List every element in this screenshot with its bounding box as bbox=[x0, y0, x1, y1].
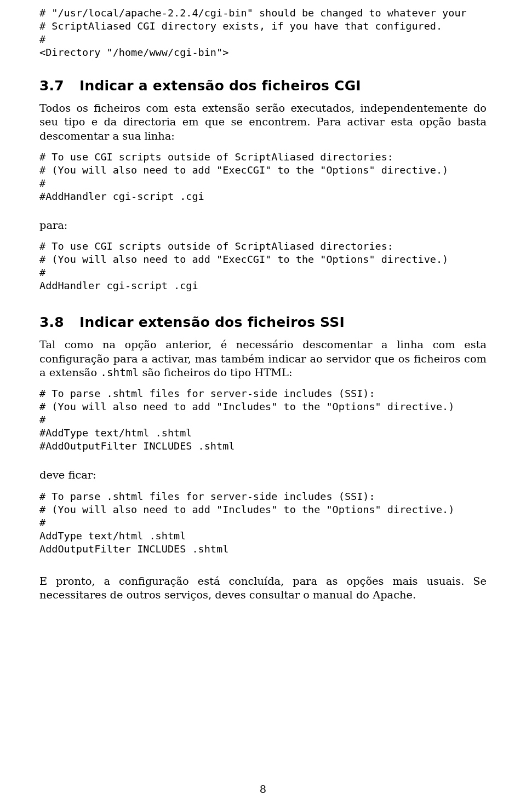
deve-ficar-label: deve ficar: bbox=[39, 468, 487, 482]
code-block-cgi-after: # To use CGI scripts outside of ScriptAl… bbox=[39, 240, 487, 292]
closing-paragraph: E pronto, a configuração está concluída,… bbox=[39, 574, 487, 602]
section-3-7-heading: 3.7Indicar a extensão dos ficheiros CGI bbox=[39, 78, 487, 94]
code-block-ssi-after: # To parse .shtml files for server-side … bbox=[39, 490, 487, 556]
section-title: Indicar extensão dos ficheiros SSI bbox=[79, 314, 345, 330]
section-title: Indicar a extensão dos ficheiros CGI bbox=[79, 78, 361, 94]
code-block-directory: # "/usr/local/apache-2.2.4/cgi-bin" shou… bbox=[39, 7, 487, 59]
code-block-ssi-before: # To parse .shtml files for server-side … bbox=[39, 387, 487, 453]
section-3-8-heading: 3.8Indicar extensão dos ficheiros SSI bbox=[39, 314, 487, 330]
section-3-7-paragraph: Todos os ficheiros com esta extensão ser… bbox=[39, 101, 487, 143]
section-number: 3.8 bbox=[39, 314, 64, 330]
code-block-cgi-before: # To use CGI scripts outside of ScriptAl… bbox=[39, 151, 487, 203]
section-3-8-paragraph: Tal como na opção anterior, é necessário… bbox=[39, 338, 487, 379]
page-number: 8 bbox=[0, 783, 526, 796]
para-text-post: são ficheiros do tipo HTML: bbox=[139, 366, 292, 379]
section-number: 3.7 bbox=[39, 78, 64, 94]
page-container: # "/usr/local/apache-2.2.4/cgi-bin" shou… bbox=[0, 0, 526, 812]
para-label: para: bbox=[39, 218, 487, 232]
inline-code-shtml: .shtml bbox=[100, 366, 139, 379]
